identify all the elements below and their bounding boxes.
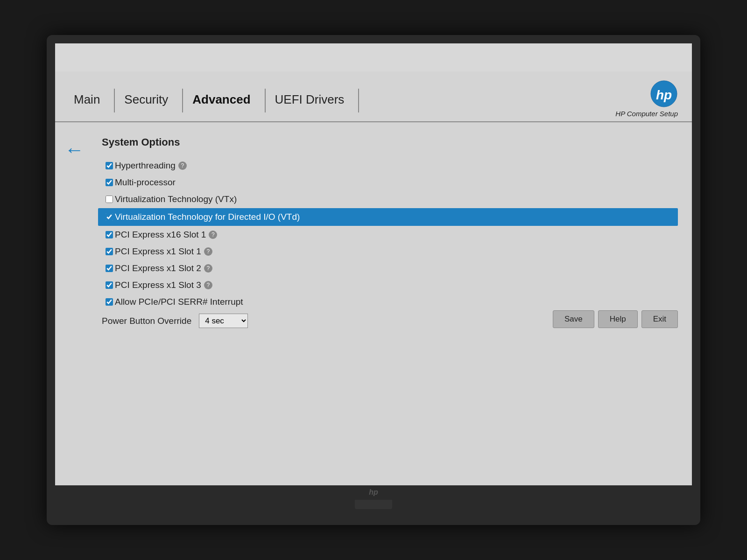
option-pci-x1-slot1[interactable]: PCI Express x1 Slot 1 ? xyxy=(102,244,673,259)
checkbox-allow-pcie-serr[interactable] xyxy=(106,298,113,306)
screen: PREGATIRE ECHIPAMENTE Main Security Adva… xyxy=(55,43,692,485)
option-label-virtualization-vtd: Virtualization Technology for Directed I… xyxy=(115,212,300,222)
option-label-pci-x1-slot1: PCI Express x1 Slot 1 xyxy=(115,246,201,257)
option-label-multi-processor: Multi-processor xyxy=(115,177,176,188)
tab-uefi-drivers[interactable]: UEFI Drivers xyxy=(266,89,359,112)
main-area: ← System Options Hyperthreading ? Multi-… xyxy=(55,122,692,342)
checkbox-virtualization-vtd[interactable] xyxy=(106,213,113,221)
monitor-base xyxy=(327,510,420,517)
option-label-pci-x1-slot3: PCI Express x1 Slot 3 xyxy=(115,280,201,290)
back-arrow-button[interactable]: ← xyxy=(64,140,84,160)
option-pci-x1-slot3[interactable]: PCI Express x1 Slot 3 ? xyxy=(102,277,673,293)
monitor-hp-logo: hp xyxy=(364,487,383,499)
monitor-stand xyxy=(355,500,392,509)
help-button[interactable]: Help xyxy=(598,310,638,328)
power-button-select[interactable]: Disabled 4 sec 10 sec xyxy=(199,314,248,328)
option-label-virtualization-vtx: Virtualization Technology (VTx) xyxy=(115,194,237,204)
option-virtualization-vtd[interactable]: Virtualization Technology for Directed I… xyxy=(98,208,678,226)
tab-security[interactable]: Security xyxy=(115,89,183,112)
help-icon-pci-x1-slot2[interactable]: ? xyxy=(204,264,212,273)
monitor-bezel: PREGATIRE ECHIPAMENTE Main Security Adva… xyxy=(47,35,700,525)
checkbox-pci-x1-slot3[interactable] xyxy=(106,281,113,289)
tab-main[interactable]: Main xyxy=(69,89,115,112)
bios-content: PREGATIRE ECHIPAMENTE Main Security Adva… xyxy=(55,71,692,485)
option-label-pci-x16-slot1: PCI Express x16 Slot 1 xyxy=(115,230,206,240)
help-icon-pci-x1-slot3[interactable]: ? xyxy=(204,281,212,289)
exit-button[interactable]: Exit xyxy=(641,310,678,328)
checkbox-pci-x1-slot1[interactable] xyxy=(106,248,113,255)
svg-text:hp: hp xyxy=(369,488,378,496)
checkbox-hyperthreading[interactable] xyxy=(106,162,113,169)
option-pci-x1-slot2[interactable]: PCI Express x1 Slot 2 ? xyxy=(102,260,673,276)
help-icon-pci-x1-slot1[interactable]: ? xyxy=(204,247,212,256)
checkbox-multi-processor[interactable] xyxy=(106,179,113,186)
hp-logo-area: hp HP Computer Setup xyxy=(615,80,678,121)
bottom-buttons: Save Help Exit xyxy=(553,310,678,328)
power-button-label: Power Button Override xyxy=(102,316,191,326)
checkbox-virtualization-vtx[interactable] xyxy=(106,196,113,203)
option-pci-x16-slot1[interactable]: PCI Express x16 Slot 1 ? xyxy=(102,227,673,243)
nav-bar: Main Security Advanced UEFI Drivers hp xyxy=(55,71,692,122)
option-multi-processor[interactable]: Multi-processor xyxy=(102,175,673,190)
option-virtualization-vtx[interactable]: Virtualization Technology (VTx) xyxy=(102,191,673,207)
options-list: Hyperthreading ? Multi-processor Virtual… xyxy=(102,158,673,310)
option-allow-pcie-serr[interactable]: Allow PCIe/PCI SERR# Interrupt xyxy=(102,294,673,310)
checkbox-pci-x1-slot2[interactable] xyxy=(106,265,113,272)
option-label-hyperthreading: Hyperthreading xyxy=(115,161,176,171)
help-icon-hyperthreading[interactable]: ? xyxy=(178,161,187,170)
save-button[interactable]: Save xyxy=(553,310,594,328)
option-label-pci-x1-slot2: PCI Express x1 Slot 2 xyxy=(115,263,201,273)
checkbox-pci-x16-slot1[interactable] xyxy=(106,231,113,238)
option-label-allow-pcie-serr: Allow PCIe/PCI SERR# Interrupt xyxy=(115,297,243,307)
help-icon-pci-x16-slot1[interactable]: ? xyxy=(209,231,217,239)
svg-text:hp: hp xyxy=(656,88,672,102)
section-title: System Options xyxy=(102,136,673,148)
option-hyperthreading[interactable]: Hyperthreading ? xyxy=(102,158,673,174)
hp-subtitle: HP Computer Setup xyxy=(615,110,678,118)
tab-advanced[interactable]: Advanced xyxy=(183,89,265,112)
hp-logo-icon: hp xyxy=(650,80,678,108)
